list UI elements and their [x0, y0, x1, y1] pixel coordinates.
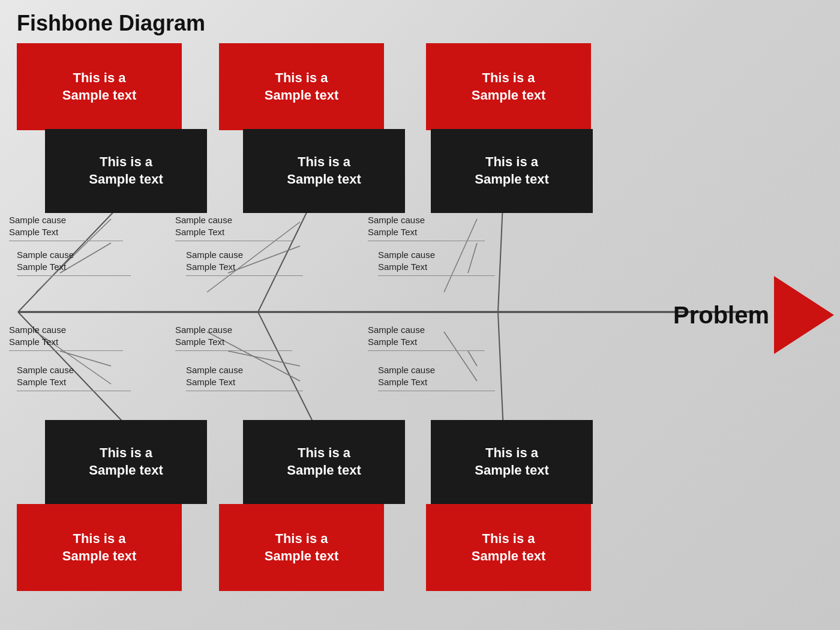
- cause-bot-left-2: Sample cause Sample Text: [17, 364, 131, 391]
- problem-label: Problem: [673, 302, 769, 329]
- cause-top-mid-1: Sample cause Sample Text: [175, 214, 292, 241]
- page-title: Fishbone Diagram: [17, 11, 205, 36]
- bottom-dark-box-3: This is a Sample text: [431, 420, 593, 504]
- top-red-box-2: This is a Sample text: [219, 43, 384, 130]
- bottom-dark-box-2: This is a Sample text: [243, 420, 405, 504]
- bottom-dark-box-1: This is a Sample text: [45, 420, 207, 504]
- top-dark-box-2: This is a Sample text: [243, 129, 405, 213]
- problem-arrow: [774, 276, 834, 354]
- cause-bot-right-2: Sample cause Sample Text: [378, 364, 495, 391]
- cause-bot-left-1: Sample cause Sample Text: [9, 324, 123, 351]
- bottom-red-box-3: This is a Sample text: [426, 504, 591, 591]
- top-dark-box-1: This is a Sample text: [45, 129, 207, 213]
- top-red-box-3: This is a Sample text: [426, 43, 591, 130]
- bottom-red-box-1: This is a Sample text: [17, 504, 182, 591]
- cause-bot-mid-1: Sample cause Sample Text: [175, 324, 292, 351]
- bottom-red-box-2: This is a Sample text: [219, 504, 384, 591]
- cause-top-left-1: Sample cause Sample Text: [9, 214, 123, 241]
- top-red-box-1: This is a Sample text: [17, 43, 182, 130]
- top-dark-box-3: This is a Sample text: [431, 129, 593, 213]
- cause-top-right-2: Sample cause Sample Text: [378, 249, 495, 276]
- cause-top-left-2: Sample cause Sample Text: [17, 249, 131, 276]
- cause-bot-right-1: Sample cause Sample Text: [368, 324, 485, 351]
- problem-section: Problem: [673, 276, 834, 354]
- cause-top-mid-2: Sample cause Sample Text: [186, 249, 303, 276]
- cause-top-right-1: Sample cause Sample Text: [368, 214, 485, 241]
- cause-bot-mid-2: Sample cause Sample Text: [186, 364, 303, 391]
